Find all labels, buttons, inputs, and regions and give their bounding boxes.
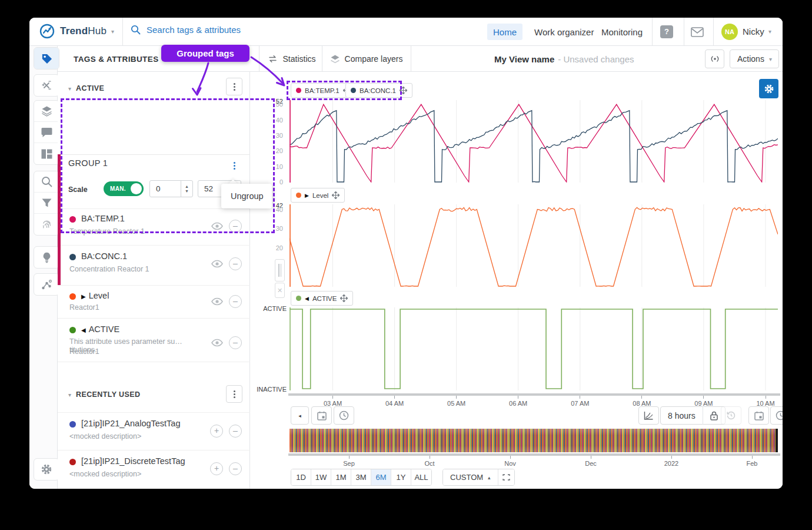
rail-layers-button[interactable] <box>34 101 59 122</box>
legend-chip-active[interactable]: ◀ ACTIVE <box>291 291 353 306</box>
eye-icon[interactable] <box>211 297 223 306</box>
brand-logo[interactable]: TrendHub ▾ <box>39 23 114 39</box>
panel-resize-handle[interactable] <box>275 259 285 281</box>
eye-icon[interactable] <box>211 339 223 347</box>
rail-filter-button[interactable] <box>34 193 59 214</box>
tag-description: Reactor1 <box>69 303 99 312</box>
range-button-1d[interactable]: 1D <box>291 469 311 485</box>
tab-compare-layers[interactable]: Compare layers <box>327 46 406 72</box>
tag-row-ba-temp1[interactable]: BA:TEMP.1 Temperature Reactor 1 – <box>58 208 250 245</box>
range-button-3m[interactable]: 3M <box>351 469 371 485</box>
panel-collapse-button[interactable]: ✕ <box>275 283 285 298</box>
range-button-6m[interactable]: 6M <box>371 469 391 485</box>
eye-icon[interactable] <box>211 260 223 268</box>
comment-icon <box>41 127 52 137</box>
start-time-button[interactable] <box>334 406 354 425</box>
user-menu-chevron-icon[interactable]: ▾ <box>768 28 771 35</box>
tag-row-level[interactable]: ▶Level Reactor1 – <box>58 285 250 318</box>
clock-icon <box>339 410 349 420</box>
scale-manual-toggle[interactable]: MAN. <box>104 181 144 196</box>
add-tag-button[interactable]: + <box>210 425 223 438</box>
recent-row-discrete[interactable]: [21ip]IP21_DiscreteTestTag <mocked descr… <box>58 450 250 488</box>
rail-settings-button[interactable] <box>34 459 59 480</box>
dashboard-icon <box>41 149 52 159</box>
tags-attributes-title: TAGS & ATTRIBUTES <box>74 46 159 72</box>
y-tick-label: 20 <box>262 147 283 154</box>
active-section-menu-button[interactable] <box>226 78 242 95</box>
end-date-button[interactable] <box>748 406 769 425</box>
legend-chip-ba-conc1[interactable]: BA:CONC.1 <box>345 83 412 98</box>
move-icon[interactable] <box>332 191 340 199</box>
x-tick-label: 08 AM <box>624 396 660 407</box>
rail-comments-button[interactable] <box>34 122 59 143</box>
range-button-all[interactable]: ALL <box>411 469 431 485</box>
rail-fingerprint-button[interactable] <box>34 214 59 235</box>
overview-right-handle[interactable] <box>776 429 778 452</box>
avatar[interactable]: NA <box>721 24 738 40</box>
tag-name: BA:TEMP.1 <box>81 214 125 223</box>
end-time-button[interactable] <box>770 406 783 425</box>
fingerprint-icon <box>41 219 52 230</box>
ungroup-menu-item[interactable]: Ungroup <box>221 184 272 208</box>
rail-tags-button[interactable] <box>34 48 59 69</box>
user-name[interactable]: Nicky <box>743 26 764 37</box>
nav-work-organizer[interactable]: Work organizer <box>528 24 600 40</box>
chart2-plot[interactable] <box>289 204 778 287</box>
chart1-plot[interactable] <box>289 100 778 183</box>
rail-recommendations-button[interactable] <box>34 247 59 268</box>
eye-icon[interactable] <box>211 222 223 230</box>
move-icon[interactable] <box>340 294 348 302</box>
scale-min-input[interactable]: 0 ▲▼ <box>149 180 193 197</box>
chart3-plot[interactable] <box>289 307 778 390</box>
context-frame-button[interactable] <box>498 469 514 485</box>
duration-button[interactable]: 8 hours <box>661 406 703 425</box>
search-bar[interactable] <box>131 25 311 35</box>
nav-home[interactable]: Home <box>487 24 523 40</box>
custom-range-button[interactable]: CUSTOM▴ <box>443 469 498 485</box>
tab-statistics[interactable]: Statistics <box>264 46 320 72</box>
move-icon[interactable] <box>400 87 407 94</box>
remove-tag-button[interactable]: – <box>229 295 242 308</box>
broadcast-button[interactable] <box>705 49 724 68</box>
search-input[interactable] <box>147 25 311 35</box>
compare-trends-button[interactable] <box>638 406 659 425</box>
recent-row-turing[interactable]: TuringAnalogImport + – <box>58 488 250 489</box>
rail-model-button[interactable] <box>34 274 59 295</box>
collapse-chevron-icon[interactable]: ▾ <box>68 85 71 92</box>
collapse-chevron-icon[interactable]: ▾ <box>68 392 71 398</box>
overview-timeline[interactable] <box>289 429 778 452</box>
recently-used-menu-button[interactable] <box>226 385 242 403</box>
recently-used-header[interactable]: ▾ RECENTLY USED <box>58 383 250 406</box>
range-button-1y[interactable]: 1Y <box>391 469 411 485</box>
view-title: My View name - Unsaved changes <box>494 46 634 72</box>
remove-tag-button[interactable]: – <box>229 257 242 270</box>
legend-chip-level[interactable]: ▶ Level <box>291 188 345 203</box>
series-label: ACTIVE <box>312 295 337 302</box>
scale-label: Scale <box>68 186 88 194</box>
start-date-button[interactable] <box>311 406 332 425</box>
history-button[interactable] <box>721 406 741 425</box>
pan-left-button[interactable]: ◂ <box>291 406 309 425</box>
actions-button[interactable]: Actions▾ <box>730 49 779 68</box>
stepper-arrows[interactable]: ▲▼ <box>181 181 192 197</box>
brand-chevron-icon[interactable]: ▾ <box>111 28 114 35</box>
add-tag-button[interactable]: + <box>210 462 223 475</box>
nav-monitoring[interactable]: Monitoring <box>595 24 648 40</box>
recent-row-analog[interactable]: [21ip]IP21_AnalogTestTag <mocked descrip… <box>58 412 250 450</box>
remove-tag-button[interactable]: – <box>229 462 242 475</box>
mail-icon[interactable] <box>691 27 704 37</box>
tag-row-active[interactable]: ◀ACTIVE This attribute uses parameter su… <box>58 318 250 362</box>
range-button-1w[interactable]: 1W <box>311 469 331 485</box>
remove-tag-button[interactable]: – <box>229 336 242 349</box>
group-menu-button[interactable] <box>226 157 242 174</box>
chart-settings-button[interactable] <box>759 79 778 98</box>
help-button[interactable]: ? <box>660 25 673 38</box>
tag-row-ba-conc1[interactable]: BA:CONC.1 Concentration Reactor 1 – <box>58 245 250 285</box>
rail-dashboard-button[interactable] <box>34 143 59 164</box>
rail-search-button[interactable] <box>34 171 59 193</box>
rail-calculations-button[interactable] <box>34 75 59 96</box>
remove-tag-button[interactable]: – <box>229 220 242 233</box>
remove-tag-button[interactable]: – <box>229 425 242 438</box>
active-section-header[interactable]: ▾ ACTIVE <box>58 77 250 100</box>
range-button-1m[interactable]: 1M <box>331 469 351 485</box>
